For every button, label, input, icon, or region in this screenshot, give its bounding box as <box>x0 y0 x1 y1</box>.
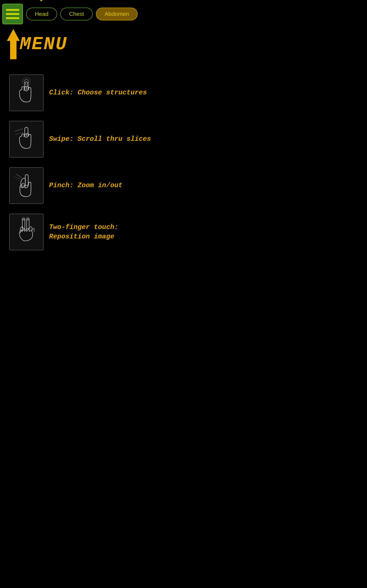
menu-bar-3 <box>6 17 19 19</box>
pinch-hand-svg <box>13 170 40 202</box>
menu-button[interactable] <box>2 4 23 24</box>
instruction-click: Click: Choose structures <box>9 71 362 115</box>
click-gesture-icon <box>9 74 44 111</box>
arrow-head <box>7 29 20 41</box>
two-finger-gesture-icon <box>9 214 44 250</box>
swipe-gesture-icon <box>9 121 44 157</box>
nav-tabs-2: Head Chest Abdomen <box>26 8 138 20</box>
pinch-instruction-text: Pinch: Zoom in/out <box>49 181 123 190</box>
click-hand-svg <box>13 77 40 109</box>
two-finger-hand-svg <box>13 216 40 248</box>
menu-arrow-icon <box>7 29 20 59</box>
svg-line-8 <box>15 180 21 181</box>
menu-bar-1 <box>6 9 19 11</box>
app-title: RAnatomy: CT <box>2 0 61 1</box>
instructions-list: Click: Choose structures Swipe: Scroll t… <box>0 61 367 588</box>
svg-line-7 <box>15 177 21 179</box>
menu-label: MENU <box>20 34 67 55</box>
menu-bar-2 <box>6 13 19 15</box>
instruction-pinch: Pinch: Zoom in/out <box>9 164 362 208</box>
instruction-swipe: Swipe: Scroll thru slices <box>9 117 362 161</box>
two-finger-instruction-text: Two-finger touch: Reposition image <box>49 223 118 242</box>
menu-section: MENU <box>0 24 367 61</box>
click-instruction-text: Click: Choose structures <box>49 88 147 97</box>
svg-line-6 <box>16 174 22 178</box>
svg-line-3 <box>15 129 23 131</box>
tab-abdomen-2[interactable]: Abdomen <box>96 8 138 20</box>
swipe-instruction-text: Swipe: Scroll thru slices <box>49 134 151 144</box>
arrow-body <box>10 41 17 59</box>
svg-rect-15 <box>27 219 29 229</box>
tab-head-2[interactable]: Head <box>26 8 57 20</box>
real-header: RAnatomy: CT by Viet Nguyen Head Chest A… <box>0 0 367 24</box>
tab-chest-2[interactable]: Chest <box>60 8 93 20</box>
pinch-gesture-icon <box>9 167 44 204</box>
instruction-two-finger: Two-finger touch: Reposition image <box>9 210 362 254</box>
swipe-hand-svg <box>13 123 40 155</box>
